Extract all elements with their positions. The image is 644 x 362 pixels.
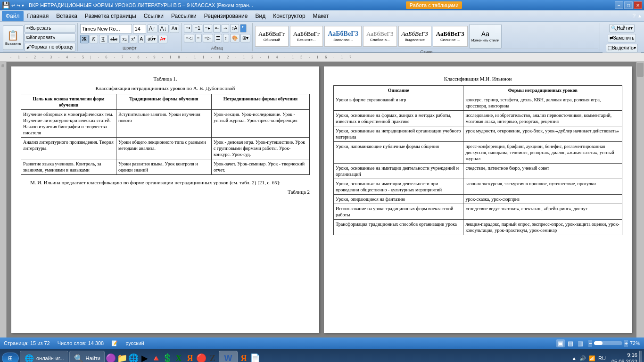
shading-btn[interactable]: 🎨 [230, 34, 239, 42]
change-styles-btn[interactable]: Аа Изменить стили [469, 24, 502, 49]
menu-home[interactable]: Главная [24, 11, 53, 21]
menu-mailings[interactable]: Рассылки [167, 11, 200, 21]
taskbar-word[interactable]: W [219, 351, 238, 362]
find-btn[interactable]: 🔍 Найти ▾ [609, 24, 635, 33]
collapse-ribbon-btn[interactable]: ▲ [637, 13, 642, 19]
strikethrough-btn[interactable]: аЬс [108, 35, 120, 43]
underline-btn[interactable]: Ч [99, 35, 107, 43]
text-color-btn[interactable]: А▾ [158, 35, 168, 43]
font-color-btn[interactable]: А [138, 35, 145, 43]
copy-btn[interactable]: ⧉ Копировать [25, 33, 75, 42]
vertical-scrollbar[interactable] [636, 62, 644, 337]
full-screen-btn[interactable]: ▤ [566, 339, 575, 347]
font-name-input[interactable] [80, 24, 132, 33]
paragraph-text: М. И. Ильина предлагает классификацию по… [21, 180, 310, 185]
sort-btn[interactable]: ↕A [230, 24, 239, 33]
highlight-btn[interactable]: аб▾ [146, 35, 157, 43]
menu-layout[interactable]: Макет [309, 11, 333, 21]
qa-dropdown[interactable]: ▾ [22, 3, 24, 8]
style-emphasis[interactable]: АаБбВеГ3 Выделение [398, 26, 431, 47]
taskbar-browser[interactable]: 🌐 онлайн-иг... [20, 351, 68, 362]
font-size-input[interactable] [133, 24, 146, 33]
table2-r3-c1: Уроки, основанные на нетрадиционной орга… [334, 126, 463, 142]
numbering-btn[interactable]: ≡1 [193, 24, 202, 33]
undo-btn[interactable]: ↩ [11, 3, 15, 8]
document-area[interactable]: Таблица 1. Классификация нетрадиционных … [7, 62, 636, 337]
taskbar-folder[interactable]: 📁 [117, 353, 127, 362]
taskbar-pdf[interactable]: 📄 [250, 353, 260, 362]
start-button[interactable]: ⊞ [2, 353, 19, 362]
multilevel-btn[interactable]: ≡▸ [203, 24, 212, 33]
help-btn[interactable]: ? [632, 13, 636, 19]
superscript-btn[interactable]: x² [130, 35, 137, 43]
menu-view[interactable]: Вид [251, 11, 269, 21]
left-margin: ⊞ [0, 62, 7, 337]
style-strong[interactable]: АаБбВеГ3 Сильное ... [433, 26, 468, 47]
close-btn[interactable]: ✕ [634, 1, 642, 9]
italic-btn[interactable]: К [90, 35, 98, 43]
align-left-btn[interactable]: ≡◁ [184, 34, 194, 42]
show-desktop-btn[interactable] [639, 351, 642, 362]
bold-btn[interactable]: Ж [80, 35, 89, 43]
taskbar-media[interactable]: ▶ [140, 353, 150, 362]
taskbar-dollar[interactable]: 💲 [162, 353, 173, 362]
scrollbar-thumb[interactable] [637, 63, 644, 77]
style-subtle[interactable]: АаБбВеГ3 Слабое в... [363, 26, 397, 47]
menu-file[interactable]: Файл [2, 11, 24, 21]
style-no-spacing[interactable]: АаБбВвГг Без инте... [290, 26, 323, 47]
borders-btn[interactable]: ⊞▾ [240, 34, 250, 42]
menu-design[interactable]: Конструктор [269, 11, 309, 21]
format-painter-btn[interactable]: 🖌 Формат по образцу [25, 43, 75, 51]
align-right-btn[interactable]: ≡▷ [203, 34, 213, 42]
menu-page-layout[interactable]: Разметка страницы [81, 11, 140, 21]
taskbar-ie[interactable]: 🌐 [128, 353, 139, 362]
print-layout-btn[interactable]: ▣ [556, 339, 565, 347]
table1-subtitle: Классификация нетрадиционных уроков по А… [21, 85, 310, 91]
lang-indicator[interactable]: RU [598, 355, 606, 361]
table1-r2-c3: Урок - деловая игра. Урок-путешествие. У… [211, 138, 309, 159]
table1: Цель как основа типологии форм обучения … [21, 94, 310, 175]
style-subtle-preview: АаБбВеГ3 [366, 30, 394, 38]
tray-arrow[interactable]: ▲ [571, 355, 577, 361]
style-heading1[interactable]: АаБбВеГ3 Заголово... [324, 26, 362, 47]
taskbar-purple[interactable]: 🟣 [106, 353, 116, 362]
taskbar-triangle[interactable]: 🔺 [151, 353, 161, 362]
align-center-btn[interactable]: ≡ [195, 34, 202, 42]
table2-col2-header: Формы нетрадиционных уроков [463, 86, 622, 95]
menu-review[interactable]: Рецензирование [200, 11, 252, 21]
clear-format-btn[interactable]: Аа [170, 25, 179, 33]
paste-btn[interactable]: 📋 Вставить [3, 25, 24, 50]
bullets-btn[interactable]: ≡• [184, 24, 192, 33]
shrink-font-btn[interactable]: A↓ [158, 25, 169, 33]
maximize-btn[interactable]: □ [624, 1, 633, 9]
taskbar-yandex2[interactable]: Я [239, 353, 249, 362]
select-btn[interactable]: ⬚ Выделить ▾ [606, 44, 638, 52]
taskbar-search[interactable]: 🔍 Найти [69, 351, 105, 362]
decrease-indent-btn[interactable]: ⇤ [213, 24, 221, 33]
justify-btn[interactable]: ☰ [214, 34, 222, 42]
minimize-btn[interactable]: − [615, 1, 623, 9]
menu-references[interactable]: Ссылки [140, 11, 167, 21]
subscript-btn[interactable]: x₂ [121, 35, 129, 43]
zoom-out-btn[interactable]: − [588, 340, 592, 347]
menu-insert[interactable]: Вставка [52, 11, 81, 21]
taskbar-chrome[interactable]: 🔴 [196, 353, 206, 362]
redo-btn[interactable]: ↪ [17, 3, 20, 8]
cut-btn[interactable]: ✂ Вырезать [25, 24, 75, 33]
table1-r3-c1: Развитие языка учеников. Контроль, за зн… [21, 159, 116, 175]
styles-content: АаБбВвГг Обычный АаБбВвГг Без инте... Аа… [255, 24, 598, 49]
show-hide-btn[interactable]: ¶ [240, 24, 246, 33]
taskbar-excel[interactable]: X [173, 353, 184, 362]
taskbar-yandex[interactable]: Я [185, 353, 195, 362]
increase-indent-btn[interactable]: ⇥ [222, 24, 229, 33]
zoom-slider[interactable] [594, 341, 622, 345]
style-normal[interactable]: АаБбВвГг Обычный [255, 26, 289, 47]
replace-btn[interactable]: ⇄ Заменить [608, 34, 636, 42]
view-buttons: ▣ ▤ ▥ [556, 339, 585, 347]
zoom-in-btn[interactable]: + [624, 340, 628, 347]
grow-font-btn[interactable]: A↑ [147, 25, 157, 33]
line-spacing-btn[interactable]: ↕ [223, 34, 229, 42]
web-layout-btn[interactable]: ▥ [576, 339, 585, 347]
network-icon: 📶 [589, 355, 595, 362]
taskbar-z[interactable]: Z [207, 353, 218, 362]
